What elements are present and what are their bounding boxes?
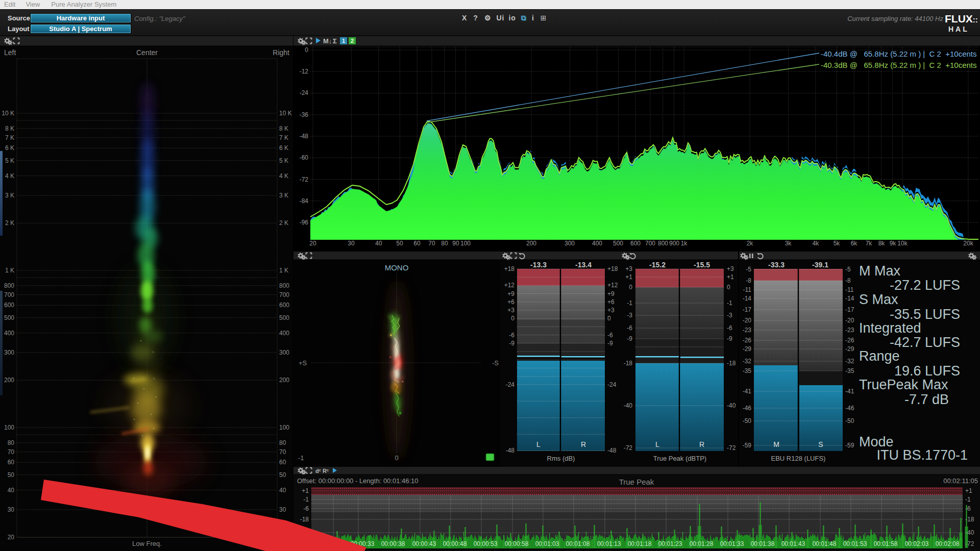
svg-text:M Max: M Max xyxy=(859,263,901,279)
svg-text:00:01:13: 00:01:13 xyxy=(597,540,621,547)
svg-text:-1: -1 xyxy=(965,496,971,503)
svg-text:2 K: 2 K xyxy=(279,219,288,227)
svg-text:-8: -8 xyxy=(845,277,851,284)
svg-text:dᶜ Rᶜ: dᶜ Rᶜ xyxy=(315,468,329,474)
svg-text:00:01:18: 00:01:18 xyxy=(628,540,652,547)
svg-text:Range: Range xyxy=(859,348,900,364)
svg-text:3 K: 3 K xyxy=(5,192,14,199)
svg-text:-84: -84 xyxy=(300,197,309,205)
svg-text:1 K: 1 K xyxy=(5,267,14,274)
svg-text:True Peak: True Peak xyxy=(619,478,654,486)
svg-text:700: 700 xyxy=(279,291,289,298)
svg-text:100: 100 xyxy=(4,424,14,431)
svg-text:-9: -9 xyxy=(509,340,514,347)
svg-text:-40.4dB @ 65.8Hz (5.22 m ) |: -40.4dB @ 65.8Hz (5.22 m ) | C 2 +10cent… xyxy=(821,49,977,58)
svg-text:700: 700 xyxy=(645,240,655,247)
svg-text:-24: -24 xyxy=(506,381,515,388)
svg-text:-40.3dB @ 65.8Hz (5.22 m ) |: -40.3dB @ 65.8Hz (5.22 m ) | C 2 +10cent… xyxy=(821,61,977,69)
svg-text:-27.2 LUFS: -27.2 LUFS xyxy=(890,278,960,293)
svg-text:2: 2 xyxy=(351,38,354,44)
svg-text:300: 300 xyxy=(4,349,14,356)
svg-text:4k: 4k xyxy=(813,240,820,247)
svg-text:00:00:38: 00:00:38 xyxy=(381,540,405,547)
svg-text:R: R xyxy=(699,440,704,448)
svg-text:-35: -35 xyxy=(743,367,752,374)
svg-text:True Peak (dBTP): True Peak (dBTP) xyxy=(653,455,706,462)
svg-text:-S: -S xyxy=(492,359,499,367)
svg-text:9k: 9k xyxy=(890,240,897,247)
svg-text:900: 900 xyxy=(669,240,679,247)
svg-text:600: 600 xyxy=(4,302,14,309)
svg-text:R: R xyxy=(581,440,586,448)
svg-text:-20: -20 xyxy=(743,317,752,324)
svg-text:Integrated: Integrated xyxy=(859,320,921,336)
svg-text:-1: -1 xyxy=(298,454,304,462)
svg-text:19.6 LUFS: 19.6 LUFS xyxy=(894,363,960,379)
svg-text:-72: -72 xyxy=(965,540,974,547)
svg-text:7 K: 7 K xyxy=(5,134,14,141)
svg-text:+1: +1 xyxy=(965,487,972,494)
svg-text:-41: -41 xyxy=(845,388,854,395)
svg-text:7k: 7k xyxy=(866,240,873,247)
svg-text:+1: +1 xyxy=(727,273,734,281)
svg-text:-24: -24 xyxy=(300,89,309,96)
svg-text:40: 40 xyxy=(8,487,15,494)
svg-text:-12: -12 xyxy=(300,68,309,75)
svg-text:-36: -36 xyxy=(300,111,309,118)
svg-text:00:02:11:05: 00:02:11:05 xyxy=(943,477,978,485)
svg-text:Offset: 00:00:00:00 - Length:: Offset: 00:00:00:00 - Length: 00:01:46:1… xyxy=(297,477,419,485)
svg-text:-35: -35 xyxy=(845,367,854,374)
svg-text:7 K: 7 K xyxy=(279,134,288,141)
svg-text:2k: 2k xyxy=(747,240,754,247)
svg-text:00:01:43: 00:01:43 xyxy=(781,540,805,547)
svg-text:4 K: 4 K xyxy=(279,172,288,180)
svg-text:-50: -50 xyxy=(845,417,854,424)
svg-text:800: 800 xyxy=(658,240,668,247)
svg-text:-9: -9 xyxy=(627,335,632,342)
svg-text:-6: -6 xyxy=(627,324,632,332)
svg-text:Rms (dB): Rms (dB) xyxy=(547,455,575,462)
svg-text:-14: -14 xyxy=(845,295,854,302)
svg-text:40: 40 xyxy=(375,240,382,247)
svg-text:90: 90 xyxy=(452,240,459,247)
svg-text:S: S xyxy=(818,440,823,448)
svg-text:20: 20 xyxy=(279,534,286,541)
svg-text:+S: +S xyxy=(299,359,307,367)
svg-text:-17: -17 xyxy=(845,306,854,313)
svg-text:-39.1: -39.1 xyxy=(812,261,828,269)
svg-text:-6: -6 xyxy=(509,332,514,339)
svg-text:00:01:53: 00:01:53 xyxy=(843,540,867,547)
svg-text:600: 600 xyxy=(630,240,641,247)
svg-text:-35.5 LUFS: -35.5 LUFS xyxy=(890,307,960,322)
svg-text:-41: -41 xyxy=(743,388,752,395)
svg-text:00:02:03: 00:02:03 xyxy=(905,540,929,547)
svg-text:10 K: 10 K xyxy=(2,110,14,117)
svg-text:00:00:58: 00:00:58 xyxy=(505,540,529,547)
svg-text:70: 70 xyxy=(279,448,286,456)
svg-text:30: 30 xyxy=(279,506,286,513)
svg-text:-8: -8 xyxy=(746,277,751,284)
svg-text:700: 700 xyxy=(4,291,14,298)
svg-text:-9: -9 xyxy=(727,335,732,342)
svg-text:+9: +9 xyxy=(507,290,514,297)
svg-text:0: 0 xyxy=(511,315,514,322)
svg-text:-15.2: -15.2 xyxy=(649,261,666,269)
svg-text:+3: +3 xyxy=(625,265,632,272)
svg-text:+18: +18 xyxy=(607,265,618,272)
svg-text:-40: -40 xyxy=(965,529,974,536)
svg-text:70: 70 xyxy=(428,240,435,247)
svg-text:200: 200 xyxy=(279,377,289,384)
svg-text:S Max: S Max xyxy=(859,292,898,307)
svg-text:Left: Left xyxy=(4,48,16,57)
svg-text:2 K: 2 K xyxy=(5,219,14,227)
svg-text:-3: -3 xyxy=(627,312,632,319)
svg-text:MONO: MONO xyxy=(385,263,409,272)
svg-text:6 K: 6 K xyxy=(5,144,14,152)
svg-text:-46: -46 xyxy=(743,405,752,412)
svg-text:-33.3: -33.3 xyxy=(768,261,785,269)
svg-text:0: 0 xyxy=(607,315,611,322)
svg-text:20: 20 xyxy=(8,534,15,541)
svg-text:M↓: M↓ xyxy=(323,37,332,45)
svg-text:+12: +12 xyxy=(504,282,515,289)
svg-text:-23: -23 xyxy=(743,327,752,334)
